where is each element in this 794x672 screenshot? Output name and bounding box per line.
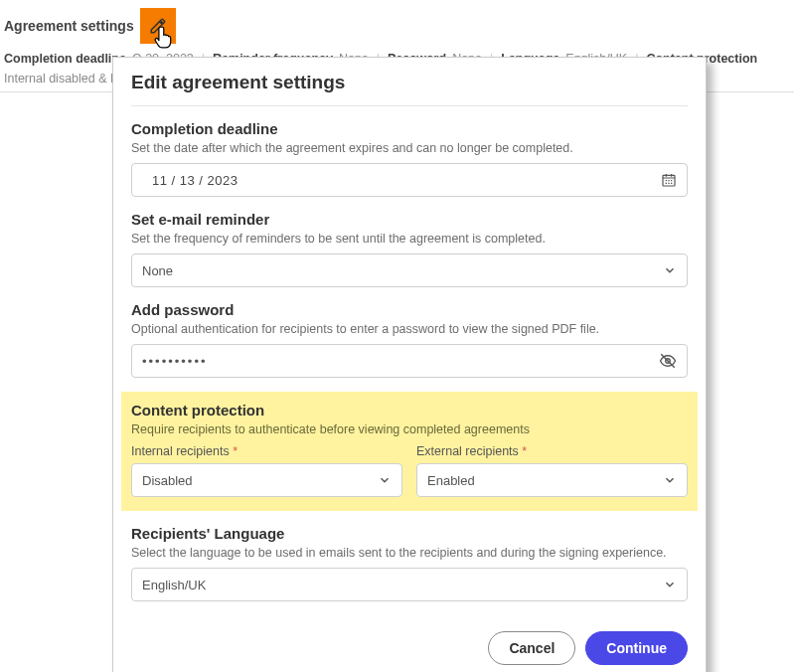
- cursor-icon: [152, 24, 178, 50]
- completion-deadline-value: 11 / 13 / 2023: [142, 173, 238, 188]
- content-protection-title: Content protection: [131, 402, 688, 419]
- completion-deadline-desc: Set the date after which the agreement e…: [131, 141, 688, 155]
- language-value: English/UK: [142, 578, 206, 592]
- cancel-button[interactable]: Cancel: [488, 631, 575, 665]
- internal-recipients-value: Disabled: [142, 473, 193, 488]
- reminder-section: Set e-mail reminder Set the frequency of…: [131, 211, 688, 287]
- language-desc: Select the language to be used in emails…: [131, 546, 688, 560]
- header-bar: Agreement settings: [0, 0, 794, 48]
- visibility-off-icon[interactable]: [659, 352, 677, 370]
- header-title: Agreement settings: [4, 18, 134, 34]
- reminder-desc: Set the frequency of reminders to be sen…: [131, 232, 688, 246]
- edit-agreement-modal: Edit agreement settings Completion deadl…: [112, 57, 707, 672]
- external-recipients-select[interactable]: Enabled: [416, 463, 688, 497]
- content-protection-desc: Require recipients to authenticate befor…: [131, 422, 688, 436]
- language-section: Recipients' Language Select the language…: [131, 525, 688, 601]
- content-protection-section: Content protection Require recipients to…: [121, 392, 698, 511]
- password-section: Add password Optional authentication for…: [131, 301, 688, 378]
- external-recipients-label: External recipients *: [416, 444, 688, 458]
- reminder-select[interactable]: None: [131, 253, 688, 287]
- chevron-down-icon: [663, 473, 677, 487]
- modal-title: Edit agreement settings: [131, 72, 688, 106]
- reminder-value: None: [142, 263, 173, 278]
- password-value: ••••••••••: [142, 354, 208, 369]
- password-input[interactable]: ••••••••••: [131, 344, 688, 378]
- password-desc: Optional authentication for recipients t…: [131, 322, 688, 336]
- password-title: Add password: [131, 301, 688, 318]
- modal-actions: Cancel Continue: [131, 631, 688, 665]
- continue-button[interactable]: Continue: [585, 631, 688, 665]
- edit-settings-button[interactable]: [140, 8, 176, 44]
- chevron-down-icon: [663, 263, 677, 277]
- chevron-down-icon: [378, 473, 392, 487]
- completion-deadline-input[interactable]: 11 / 13 / 2023: [131, 163, 688, 197]
- calendar-icon[interactable]: [661, 172, 677, 188]
- reminder-title: Set e-mail reminder: [131, 211, 688, 228]
- internal-recipients-select[interactable]: Disabled: [131, 463, 402, 497]
- completion-deadline-section: Completion deadline Set the date after w…: [131, 120, 688, 197]
- language-select[interactable]: English/UK: [131, 568, 688, 601]
- language-title: Recipients' Language: [131, 525, 688, 542]
- external-recipients-value: Enabled: [427, 473, 475, 488]
- completion-deadline-title: Completion deadline: [131, 120, 688, 137]
- chevron-down-icon: [663, 578, 677, 591]
- internal-recipients-label: Internal recipients *: [131, 444, 402, 458]
- summary-completion-label: Completion deadline: [4, 52, 126, 66]
